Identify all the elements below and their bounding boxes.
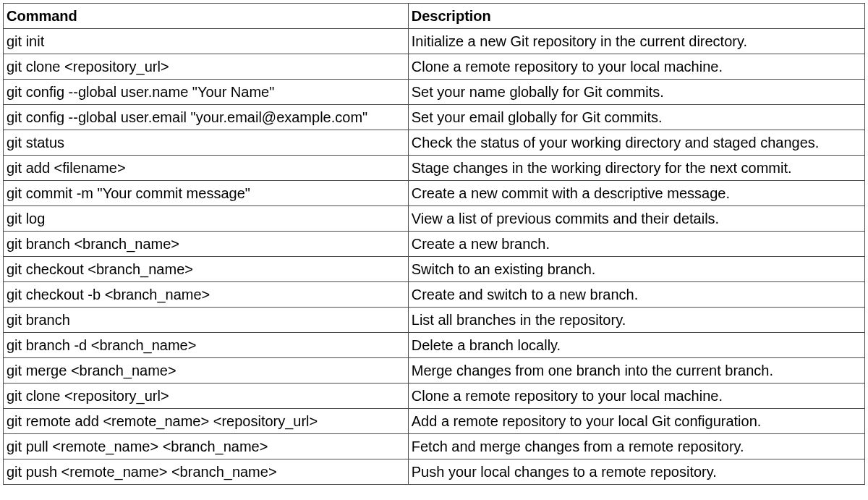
table-row: git push <remote_name> <branch_name>Push… <box>4 459 865 485</box>
table-row: git checkout <branch_name>Switch to an e… <box>4 257 865 282</box>
command-cell: git add <filename> <box>4 156 409 181</box>
description-cell: Delete a branch locally. <box>408 333 864 358</box>
table-row: git pull <remote_name> <branch_name>Fetc… <box>4 434 865 459</box>
command-cell: git push <remote_name> <branch_name> <box>4 459 409 485</box>
table-row: git branch <branch_name>Create a new bra… <box>4 232 865 257</box>
command-cell: git pull <remote_name> <branch_name> <box>4 434 409 459</box>
command-cell: git merge <branch_name> <box>4 358 409 384</box>
command-cell: git checkout -b <branch_name> <box>4 282 409 308</box>
header-description: Description <box>408 4 864 29</box>
description-cell: Create a new commit with a descriptive m… <box>408 181 864 206</box>
command-cell: git remote add <remote_name> <repository… <box>4 409 409 434</box>
description-cell: List all branches in the repository. <box>408 308 864 333</box>
command-cell: git clone <repository_url> <box>4 384 409 409</box>
git-commands-table: Command Description git initInitialize a… <box>3 3 865 485</box>
command-cell: git clone <repository_url> <box>4 54 409 80</box>
description-cell: Stage changes in the working directory f… <box>408 156 864 181</box>
table-row: git checkout -b <branch_name>Create and … <box>4 282 865 308</box>
table-row: git logView a list of previous commits a… <box>4 206 865 232</box>
description-cell: Set your email globally for Git commits. <box>408 105 864 130</box>
command-cell: git branch <branch_name> <box>4 232 409 257</box>
command-cell: git status <box>4 130 409 156</box>
description-cell: Add a remote repository to your local Gi… <box>408 409 864 434</box>
table-row: git clone <repository_url>Clone a remote… <box>4 384 865 409</box>
table-row: git clone <repository_url>Clone a remote… <box>4 54 865 80</box>
table-row: git commit -m "Your commit message"Creat… <box>4 181 865 206</box>
description-cell: Create and switch to a new branch. <box>408 282 864 308</box>
command-cell: git branch <box>4 308 409 333</box>
description-cell: Initialize a new Git repository in the c… <box>408 29 864 54</box>
command-cell: git branch -d <branch_name> <box>4 333 409 358</box>
command-cell: git checkout <branch_name> <box>4 257 409 282</box>
table-row: git merge <branch_name>Merge changes fro… <box>4 358 865 384</box>
header-command: Command <box>4 4 409 29</box>
description-cell: Create a new branch. <box>408 232 864 257</box>
table-row: git config --global user.email "your.ema… <box>4 105 865 130</box>
description-cell: Fetch and merge changes from a remote re… <box>408 434 864 459</box>
description-cell: Clone a remote repository to your local … <box>408 54 864 80</box>
description-cell: Push your local changes to a remote repo… <box>408 459 864 485</box>
table-body: git initInitialize a new Git repository … <box>4 29 865 485</box>
command-cell: git init <box>4 29 409 54</box>
table-header-row: Command Description <box>4 4 865 29</box>
command-cell: git commit -m "Your commit message" <box>4 181 409 206</box>
description-cell: Set your name globally for Git commits. <box>408 80 864 105</box>
description-cell: Switch to an existing branch. <box>408 257 864 282</box>
description-cell: Check the status of your working directo… <box>408 130 864 156</box>
table-row: git add <filename>Stage changes in the w… <box>4 156 865 181</box>
command-cell: git config --global user.email "your.ema… <box>4 105 409 130</box>
description-cell: Clone a remote repository to your local … <box>408 384 864 409</box>
table-row: git statusCheck the status of your worki… <box>4 130 865 156</box>
command-cell: git log <box>4 206 409 232</box>
table-row: git remote add <remote_name> <repository… <box>4 409 865 434</box>
table-row: git branch -d <branch_name>Delete a bran… <box>4 333 865 358</box>
table-row: git branchList all branches in the repos… <box>4 308 865 333</box>
table-row: git initInitialize a new Git repository … <box>4 29 865 54</box>
command-cell: git config --global user.name "Your Name… <box>4 80 409 105</box>
description-cell: View a list of previous commits and thei… <box>408 206 864 232</box>
table-row: git config --global user.name "Your Name… <box>4 80 865 105</box>
description-cell: Merge changes from one branch into the c… <box>408 358 864 384</box>
